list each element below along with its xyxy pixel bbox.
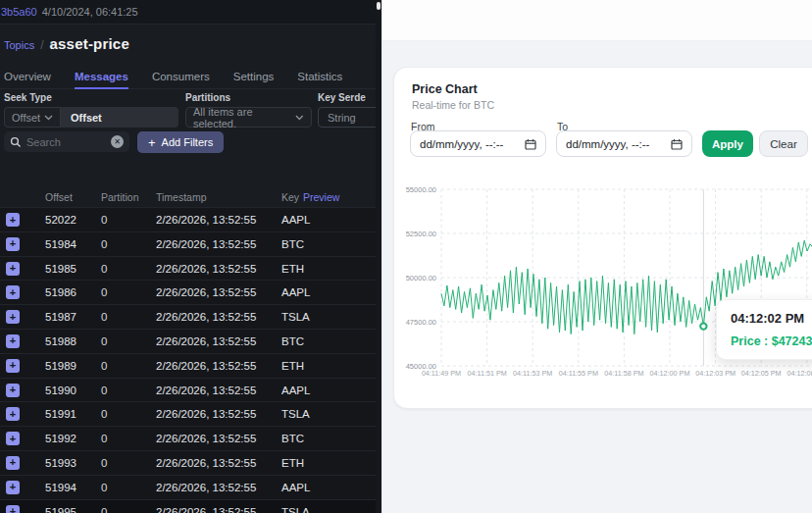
table-row: +5202202/26/2026, 13:52:55AAPL — [0, 207, 381, 231]
scrollbar-thumb[interactable] — [377, 2, 381, 10]
cell-timestamp: 2/26/2026, 13:52:55 — [156, 360, 256, 372]
preview-link[interactable]: Preview — [303, 191, 339, 203]
calendar-icon — [525, 138, 536, 150]
breadcrumb-separator: / — [40, 38, 43, 52]
clear-button[interactable]: Clear — [759, 130, 808, 157]
cell-offset: 51988 — [45, 335, 76, 347]
add-filters-button[interactable]: + Add Filters — [137, 131, 224, 153]
table-row: +5199102/26/2026, 13:52:55TSLA — [0, 401, 381, 426]
cell-offset: 52022 — [45, 214, 76, 226]
header-partition: Partition — [101, 191, 139, 203]
table-row: +5199502/26/2026, 13:52:55TSLA — [0, 499, 381, 513]
y-axis-label: 55000.00 — [406, 185, 436, 194]
cell-partition: 0 — [101, 506, 107, 513]
cell-key: BTC — [281, 335, 304, 347]
tab-statistics[interactable]: Statistics — [297, 65, 342, 89]
tooltip-time: 04:12:02 PM — [731, 311, 812, 326]
key-serde-group: Key Serde String — [318, 92, 381, 128]
cell-offset: 51992 — [45, 433, 76, 444]
expand-row-button[interactable]: + — [6, 384, 20, 397]
cell-offset: 51985 — [45, 263, 76, 275]
cell-timestamp: 2/26/2026, 13:52:55 — [156, 311, 256, 323]
price-chart-title: Price Chart — [412, 82, 478, 96]
expand-row-button[interactable]: + — [6, 285, 20, 299]
breadcrumb: Topics / asset-price — [4, 35, 129, 52]
header-timestamp: Timestamp — [156, 191, 207, 203]
expand-row-button[interactable]: + — [6, 310, 20, 324]
cell-key: ETH — [281, 360, 304, 372]
cell-offset: 51994 — [45, 482, 76, 493]
table-row: +5198702/26/2026, 13:52:55TSLA — [0, 304, 381, 329]
cluster-id-link[interactable]: 3b5a60 — [1, 6, 37, 18]
expand-row-button[interactable]: + — [6, 334, 20, 348]
cell-timestamp: 2/26/2026, 13:52:55 — [156, 214, 256, 226]
y-axis-label: 52500.00 — [406, 230, 436, 238]
cell-timestamp: 2/26/2026, 13:52:55 — [156, 385, 256, 396]
seek-type-label: Seek Type — [4, 92, 178, 103]
price-chart-page: Price Chart Real-time for BTC From dd/mm… — [381, 0, 812, 513]
clear-search-button[interactable]: ✕ — [111, 135, 124, 148]
cell-key: BTC — [281, 238, 304, 250]
cell-partition: 0 — [101, 335, 107, 347]
cell-offset: 51987 — [45, 311, 76, 323]
expand-row-button[interactable]: + — [6, 505, 20, 513]
y-axis-label: 50000.00 — [406, 274, 436, 282]
cell-partition: 0 — [101, 385, 107, 396]
key-serde-input[interactable]: String — [318, 107, 381, 128]
cell-timestamp: 2/26/2026, 13:52:55 — [156, 506, 256, 513]
to-datetime-input[interactable]: dd/mm/yyyy, --:-- — [556, 130, 692, 157]
cell-timestamp: 2/26/2026, 13:52:55 — [156, 263, 256, 275]
app-root: 3b5a60 4/10/2024, 06:41:25 Topics / asse… — [0, 0, 812, 513]
x-axis-label: 04:12:00 PM — [650, 369, 690, 378]
tab-consumers[interactable]: Consumers — [152, 65, 210, 89]
expand-row-button[interactable]: + — [6, 262, 20, 276]
chevron-down-icon — [44, 115, 53, 121]
expand-row-button[interactable]: + — [6, 481, 20, 494]
kafka-messages-panel: 3b5a60 4/10/2024, 06:41:25 Topics / asse… — [0, 0, 381, 513]
x-axis-label: 04:11:53 PM — [513, 369, 552, 378]
apply-button[interactable]: Apply — [702, 130, 753, 157]
messages-table-header: Offset Partition Timestamp Key Preview — [0, 189, 381, 207]
breadcrumb-topics-link[interactable]: Topics — [4, 39, 34, 51]
expand-row-button[interactable]: + — [6, 213, 20, 227]
messages-table-body: +5202202/26/2026, 13:52:55AAPL+5198402/2… — [0, 207, 381, 513]
from-datetime-input[interactable]: dd/mm/yyyy, --:-- — [410, 130, 546, 157]
header-offset: Offset — [45, 191, 73, 203]
cell-partition: 0 — [101, 263, 107, 275]
seek-type-select[interactable]: Offset — [4, 107, 61, 128]
cell-timestamp: 2/26/2026, 13:52:55 — [156, 482, 256, 493]
cell-offset: 51993 — [45, 457, 76, 469]
cell-partition: 0 — [101, 311, 107, 323]
x-axis-label: 04:11:55 PM — [559, 369, 598, 378]
tab-overview[interactable]: Overview — [4, 65, 51, 89]
table-row: +5198602/26/2026, 13:52:55AAPL — [0, 280, 381, 304]
seek-type-value: Offset — [12, 112, 40, 124]
expand-row-button[interactable]: + — [6, 359, 20, 373]
cell-timestamp: 2/26/2026, 13:52:55 — [156, 238, 256, 250]
cell-offset: 51986 — [45, 286, 76, 298]
cell-offset: 51995 — [45, 506, 76, 513]
cell-partition: 0 — [101, 360, 107, 372]
expand-row-button[interactable]: + — [6, 432, 20, 445]
x-axis-label: 04:11:58 PM — [604, 369, 643, 378]
cell-key: AAPL — [281, 214, 310, 226]
partitions-select[interactable]: All items are selected. — [185, 107, 312, 128]
expand-row-button[interactable]: + — [6, 456, 20, 470]
x-axis-label: 04:12:08 PM — [787, 369, 812, 378]
cell-key: AAPL — [281, 385, 310, 396]
tab-settings[interactable]: Settings — [233, 65, 275, 89]
seek-offset-input[interactable]: Offset — [61, 107, 178, 128]
to-datetime-placeholder: dd/mm/yyyy, --:-- — [566, 138, 649, 150]
expand-row-button[interactable]: + — [6, 237, 20, 251]
cell-partition: 0 — [101, 433, 107, 444]
search-input[interactable]: Search ✕ — [4, 131, 129, 152]
seek-type-group: Seek Type Offset Offset — [4, 92, 178, 128]
table-row: +5199302/26/2026, 13:52:55ETH — [0, 450, 381, 475]
table-row: +5198802/26/2026, 13:52:55BTC — [0, 329, 381, 353]
expand-row-button[interactable]: + — [6, 407, 20, 421]
chart-tooltip: 04:12:02 PM Price : $47243.19 — [716, 299, 812, 360]
partitions-group: Partitions All items are selected. — [185, 92, 312, 128]
y-axis-label: 47500.00 — [406, 318, 436, 327]
tab-messages[interactable]: Messages — [75, 65, 128, 89]
table-row: +5199202/26/2026, 13:52:55BTC — [0, 426, 381, 450]
